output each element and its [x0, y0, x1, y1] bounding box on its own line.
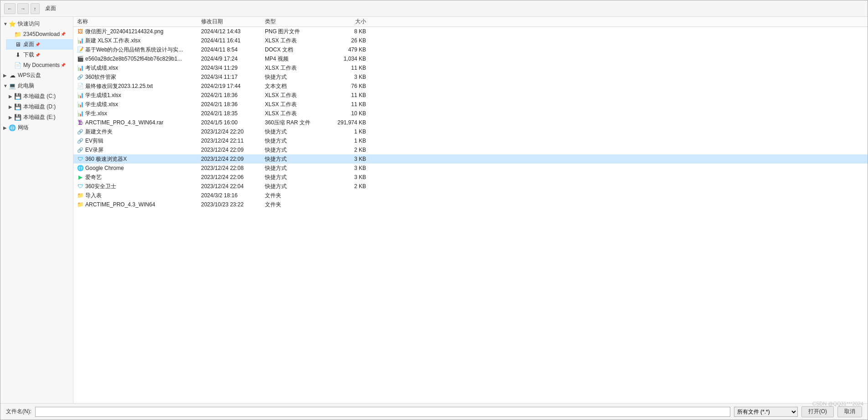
this-pc-group: ▶ 💾 本地磁盘 (C:) ▶ 💾 本地磁盘 (D:) ▶ 💾 本地磁盘 (E:…	[0, 91, 73, 123]
desktop-icon: 🖥	[14, 41, 21, 48]
file-icon: 🔗	[77, 147, 83, 153]
file-size: 3 KB	[324, 156, 370, 162]
file-date: 2024/2/1 18:35	[201, 110, 265, 117]
file-name: 新建 XLSX 工作表.xlsx	[85, 37, 140, 45]
table-row[interactable]: 📊 学生成绩.xlsx 2024/2/1 18:36 XLSX 工作表 11 K…	[73, 100, 868, 109]
open-button[interactable]: 打开(O)	[801, 406, 834, 417]
file-icon: 🔗	[77, 128, 83, 135]
file-size: 3 KB	[324, 165, 370, 171]
file-date: 2024/4/12 14:43	[201, 28, 265, 35]
file-icon: 📊	[77, 65, 83, 71]
sidebar-item-drive-c[interactable]: ▶ 💾 本地磁盘 (C:)	[6, 91, 73, 102]
file-name: 微信图片_20240412144324.png	[85, 28, 163, 36]
file-name: 360 极速浏览器X	[85, 155, 127, 163]
table-row[interactable]: 📄 最终修改回复2023.12.25.txt 2024/2/19 17:44 文…	[73, 82, 868, 91]
table-row[interactable]: ▶ 爱奇艺 2023/12/24 22:06 快捷方式 3 KB	[73, 173, 868, 182]
table-row[interactable]: 🗜 ARCTIME_PRO_4.3_WIN64.rar 2024/1/5 16:…	[73, 118, 868, 127]
filename-input[interactable]	[35, 407, 730, 417]
dialog-toolbar: ← → ↑ 桌面	[0, 0, 868, 17]
sidebar-item-this-pc[interactable]: ▼ 💻 此电脑	[0, 81, 73, 91]
file-icon: 📄	[77, 83, 83, 89]
file-type: 快捷方式	[265, 73, 324, 81]
expand-icon: ▶	[3, 125, 9, 130]
back-button[interactable]: ←	[4, 3, 16, 14]
up-button[interactable]: ↑	[31, 3, 40, 14]
sidebar-item-drive-d[interactable]: ▶ 💾 本地磁盘 (D:)	[6, 102, 73, 112]
file-size: 1,034 KB	[324, 56, 370, 62]
file-size: 479 KB	[324, 46, 370, 53]
file-size: 1 KB	[324, 138, 370, 144]
sidebar-item-label: WPS云盘	[18, 72, 41, 79]
file-size: 291,974 KB	[324, 119, 370, 126]
drive-icon: 💾	[14, 93, 21, 100]
table-row[interactable]: 📁 导入表 2024/3/2 18:16 文件夹	[73, 191, 868, 200]
file-name: 学生成绩.xlsx	[85, 101, 118, 108]
sidebar-item-mydocuments[interactable]: 📄 My Documents 📌	[6, 60, 73, 70]
dialog-content: ▼ ⭐ 快速访问 📁 2345Download 📌 🖥 桌面 📌	[0, 17, 868, 403]
pin-icon: 📌	[35, 53, 40, 57]
pin-icon: 📌	[35, 42, 40, 47]
table-row[interactable]: 📊 新建 XLSX 工作表.xlsx 2024/4/11 16:41 XLSX …	[73, 36, 868, 45]
drive-icon: 💾	[14, 114, 21, 121]
table-row[interactable]: 📊 考试成绩.xlsx 2024/3/4 11:29 XLSX 工作表 11 K…	[73, 63, 868, 72]
file-type: 快捷方式	[265, 146, 324, 154]
table-row[interactable]: 🔗 360软件管家 2024/3/4 11:17 快捷方式 3 KB	[73, 72, 868, 82]
file-name: 爱奇艺	[85, 174, 102, 181]
table-row[interactable]: 📝 基于Web的办公用品销售系统设计与实... 2024/4/11 8:54 D…	[73, 45, 868, 54]
forward-button[interactable]: →	[17, 3, 29, 14]
sidebar-item-quick-access[interactable]: ▼ ⭐ 快速访问	[0, 19, 73, 29]
file-icon: 📊	[77, 92, 83, 98]
col-header-name[interactable]: 名称	[73, 18, 201, 26]
file-name: EV录屏	[85, 146, 103, 154]
file-name: Google Chrome	[85, 165, 124, 171]
sidebar-item-wps-cloud[interactable]: ▶ ☁ WPS云盘	[0, 70, 73, 81]
table-row[interactable]: 🔗 新建文件夹 2023/12/24 22:20 快捷方式 1 KB	[73, 127, 868, 136]
table-row[interactable]: 📊 学生.xlsx 2024/2/1 18:35 XLSX 工作表 10 KB	[73, 109, 868, 118]
file-name: 360软件管家	[85, 73, 116, 81]
file-type: XLSX 工作表	[265, 37, 324, 45]
file-icon: 📊	[77, 37, 83, 44]
sidebar-item-drive-e[interactable]: ▶ 💾 本地磁盘 (E:)	[6, 112, 73, 123]
folder-icon: 📁	[14, 31, 21, 38]
sidebar-item-desktop[interactable]: 🖥 桌面 📌	[6, 39, 73, 50]
file-name: 360安全卫士	[85, 183, 116, 190]
file-type: 文件夹	[265, 201, 324, 209]
table-row[interactable]: 🖼 微信图片_20240412144324.png 2024/4/12 14:4…	[73, 27, 868, 36]
file-size: 2 KB	[324, 183, 370, 190]
file-date: 2024/3/4 11:29	[201, 65, 265, 71]
cancel-button[interactable]: 取消	[837, 406, 862, 417]
file-name: 考试成绩.xlsx	[85, 64, 118, 72]
file-name: 基于Web的办公用品销售系统设计与实...	[85, 46, 183, 54]
table-row[interactable]: 📊 学生成绩1.xlsx 2024/2/1 18:36 XLSX 工作表 11 …	[73, 91, 868, 100]
sidebar: ▼ ⭐ 快速访问 📁 2345Download 📌 🖥 桌面 📌	[0, 17, 73, 403]
file-type: XLSX 工作表	[265, 92, 324, 99]
table-row[interactable]: 🛡 360 极速浏览器X 2023/12/24 22:09 快捷方式 3 KB	[73, 154, 868, 164]
table-row[interactable]: 🌐 Google Chrome 2023/12/24 22:08 快捷方式 3 …	[73, 164, 868, 173]
sidebar-item-2345download[interactable]: 📁 2345Download 📌	[6, 29, 73, 39]
expand-icon: ▶	[9, 104, 14, 109]
file-name: 学生.xlsx	[85, 110, 107, 118]
sidebar-item-downloads[interactable]: ⬇ 下载 📌	[6, 50, 73, 60]
sidebar-item-network[interactable]: ▶ 🌐 网络	[0, 123, 73, 133]
file-date: 2024/3/4 11:17	[201, 74, 265, 80]
table-row[interactable]: 📁 ARCTIME_PRO_4.3_WIN64 2023/10/23 23:22…	[73, 200, 868, 209]
col-header-type[interactable]: 类型	[265, 18, 324, 26]
file-type: 快捷方式	[265, 183, 324, 190]
table-row[interactable]: 🔗 EV录屏 2023/12/24 22:09 快捷方式 2 KB	[73, 145, 868, 154]
filetype-select[interactable]: 所有文件 (*.*)	[734, 407, 798, 417]
table-row[interactable]: 🛡 360安全卫士 2023/12/24 22:04 快捷方式 2 KB	[73, 182, 868, 191]
file-date: 2024/4/11 8:54	[201, 46, 265, 53]
table-row[interactable]: 🔗 EV剪辑 2023/12/24 22:11 快捷方式 1 KB	[73, 136, 868, 145]
quick-access-group: 📁 2345Download 📌 🖥 桌面 📌 ⬇ 下载 📌	[0, 29, 73, 70]
drive-icon: 💾	[14, 103, 21, 111]
main-area: 名称 修改日期 类型 大小 🖼 微信图片_20240412144324.png …	[73, 17, 868, 403]
expand-icon: ▶	[3, 73, 9, 78]
file-date: 2023/12/24 22:08	[201, 165, 265, 171]
file-date: 2023/12/24 22:09	[201, 156, 265, 162]
sidebar-item-label: 下载	[23, 51, 34, 59]
table-row[interactable]: 🎬 e560a28dc2e8b57052f64bb76c829b1... 202…	[73, 54, 868, 63]
col-header-date[interactable]: 修改日期	[201, 18, 265, 26]
file-icon: 🌐	[77, 165, 83, 171]
file-date: 2024/1/5 16:00	[201, 119, 265, 126]
col-header-size[interactable]: 大小	[324, 18, 370, 26]
